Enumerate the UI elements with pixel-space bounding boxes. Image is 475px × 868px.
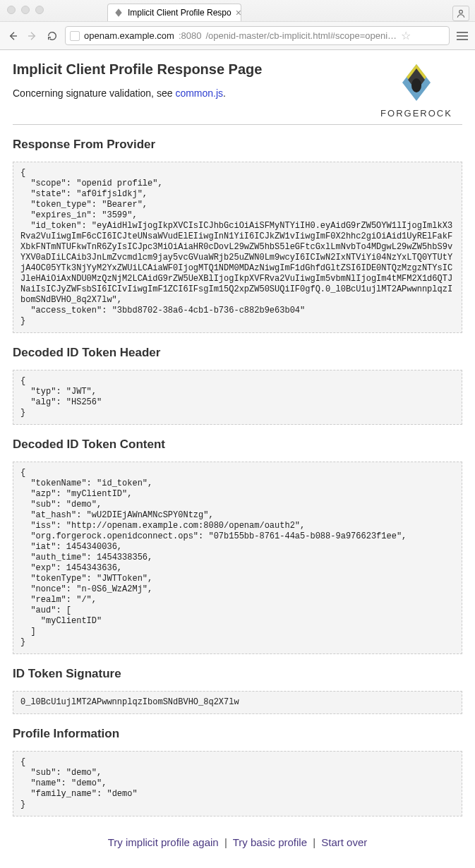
try-implicit-link[interactable]: Try implicit profile again xyxy=(108,836,219,848)
forward-button[interactable] xyxy=(25,29,40,43)
svg-point-5 xyxy=(411,78,421,92)
svg-point-1 xyxy=(459,10,463,13)
signature-body: 0_l0BcU1ujlMT2APwwnnplqzIbomSNdBVHO_8q2X… xyxy=(13,691,462,714)
try-basic-link[interactable]: Try basic profile xyxy=(233,836,307,848)
divider xyxy=(13,124,462,125)
forgerock-logo-text: FORGEROCK xyxy=(371,108,462,119)
minimize-window-icon[interactable] xyxy=(21,6,30,14)
favicon-icon xyxy=(114,8,124,18)
tab-close-icon[interactable]: × xyxy=(236,7,241,18)
forgerock-logo: FORGEROCK xyxy=(371,61,462,119)
arrow-left-icon xyxy=(7,30,18,42)
separator: | xyxy=(224,836,227,848)
maximize-window-icon[interactable] xyxy=(35,6,44,14)
bookmark-star-icon[interactable]: ☆ xyxy=(401,29,411,42)
tab-bar: Implicit Client Profile Respo × xyxy=(51,0,475,21)
back-button[interactable] xyxy=(6,29,20,43)
separator: | xyxy=(313,836,315,848)
content-heading: Decoded ID Token Content xyxy=(13,438,462,452)
close-window-icon[interactable] xyxy=(7,6,16,14)
reload-button[interactable] xyxy=(45,29,59,43)
profile-body: { "sub": "demo", "name": "demo", "family… xyxy=(13,751,462,816)
browser-toolbar: openam.example.com:8080/openid-master/cb… xyxy=(0,21,475,49)
url-domain: openam.example.com xyxy=(84,30,174,41)
page-title: Implicit Client Profile Response Page xyxy=(13,61,356,78)
arrow-right-icon xyxy=(27,30,38,42)
header-heading: Decoded ID Token Header xyxy=(13,346,462,360)
start-over-link[interactable]: Start over xyxy=(321,836,367,848)
signature-heading: ID Token Signature xyxy=(13,667,462,681)
browser-tab[interactable]: Implicit Client Profile Respo × xyxy=(107,4,241,21)
url-port: :8080 xyxy=(179,30,202,41)
page-content: Implicit Client Profile Response Page Co… xyxy=(0,50,475,868)
hamburger-icon xyxy=(457,32,468,33)
browser-chrome: Implicit Client Profile Respo × openam.e… xyxy=(0,0,475,50)
profile-heading: Profile Information xyxy=(13,727,462,741)
address-bar[interactable]: openam.example.com:8080/openid-master/cb… xyxy=(65,26,450,45)
url-path: /openid-master/cb-implicit.html#scope=op… xyxy=(205,30,397,41)
page-icon xyxy=(70,31,80,41)
page-subtitle: Concerning signature validation, see com… xyxy=(13,88,356,99)
user-menu-button[interactable] xyxy=(452,6,469,21)
header-body: { "typ": "JWT", "alg": "HS256" } xyxy=(13,370,462,425)
footer-links: Try implicit profile again | Try basic p… xyxy=(13,836,462,848)
response-body: { "scope": "openid profile", "state": "a… xyxy=(13,162,462,333)
reload-icon xyxy=(47,30,58,42)
svg-marker-0 xyxy=(115,8,121,17)
response-heading: Response From Provider xyxy=(13,138,462,152)
content-body: { "tokenName": "id_token", "azp": "myCli… xyxy=(13,462,462,654)
tab-title: Implicit Client Profile Respo xyxy=(128,8,232,18)
common-js-link[interactable]: common.js xyxy=(175,88,223,99)
window-controls xyxy=(0,0,51,14)
forgerock-logo-icon xyxy=(395,61,438,104)
user-icon xyxy=(456,8,466,18)
menu-button[interactable] xyxy=(455,32,469,40)
